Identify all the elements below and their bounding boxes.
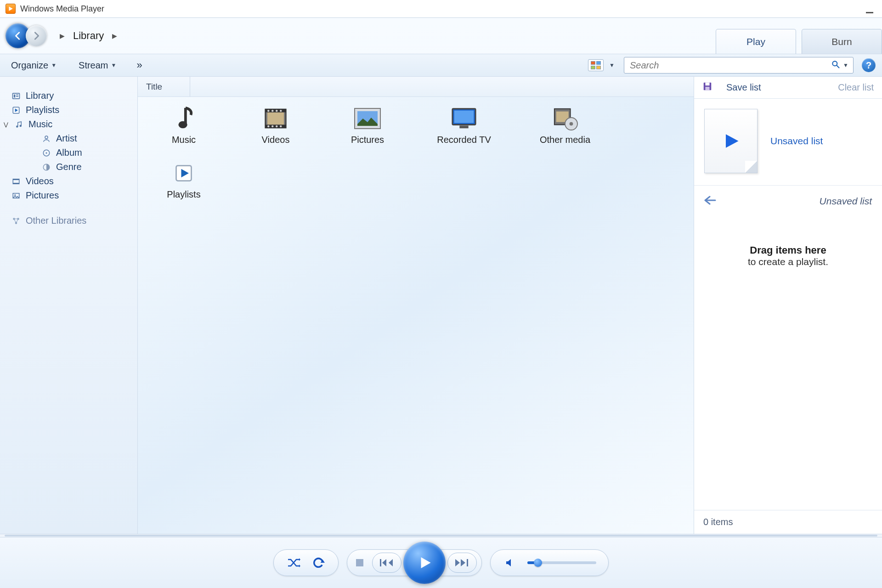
minimize-button[interactable] bbox=[863, 4, 876, 13]
column-divider[interactable] bbox=[190, 77, 190, 96]
library-item-recorded-tv[interactable]: Recorded TV bbox=[427, 106, 501, 145]
mute-button[interactable] bbox=[503, 555, 518, 571]
next-button[interactable] bbox=[447, 553, 477, 573]
playlist-item-count: 0 items bbox=[694, 510, 882, 534]
svg-point-23 bbox=[178, 121, 187, 128]
playlist-thumbnail[interactable] bbox=[704, 109, 758, 173]
app-icon bbox=[6, 4, 16, 14]
svg-rect-4 bbox=[14, 94, 15, 97]
tree-music[interactable]: ⋁ Music bbox=[9, 117, 137, 131]
seek-bar[interactable] bbox=[0, 534, 882, 537]
svg-point-34 bbox=[276, 125, 278, 128]
library-item-music[interactable]: Music bbox=[152, 106, 216, 145]
view-switcher[interactable]: ▼ bbox=[583, 57, 619, 73]
play-button[interactable] bbox=[403, 542, 446, 584]
drag-line-1: Drag items here bbox=[694, 244, 882, 256]
playback-right-group bbox=[490, 549, 609, 576]
chevron-down-icon: ▼ bbox=[609, 62, 615, 68]
tab-play[interactable]: Play bbox=[716, 29, 796, 54]
tree-other-libraries[interactable]: Other Libraries bbox=[9, 214, 137, 228]
library-item-label: Videos bbox=[262, 135, 290, 145]
video-icon bbox=[11, 176, 21, 187]
help-button[interactable]: ? bbox=[862, 58, 876, 72]
svg-point-30 bbox=[276, 110, 278, 112]
tree-artist[interactable]: Artist bbox=[9, 131, 137, 146]
chevron-right-icon[interactable]: ▶ bbox=[112, 32, 117, 40]
tree-videos-label: Videos bbox=[26, 176, 54, 187]
svg-point-19 bbox=[14, 194, 16, 196]
stop-button[interactable] bbox=[352, 555, 368, 571]
svg-point-28 bbox=[267, 110, 270, 112]
content-pane: Title Music Videos bbox=[138, 77, 694, 534]
breadcrumb-library[interactable]: Library bbox=[69, 28, 107, 44]
chevron-down-icon: ▼ bbox=[111, 62, 117, 68]
grid-view-icon bbox=[588, 59, 604, 71]
playlist-subheader: Unsaved list bbox=[694, 186, 882, 217]
shuffle-button[interactable] bbox=[286, 555, 301, 571]
svg-point-9 bbox=[16, 125, 18, 128]
tree-expand-caret[interactable]: ⋁ bbox=[3, 121, 9, 128]
library-item-label: Playlists bbox=[167, 189, 200, 200]
tree-videos[interactable]: Videos bbox=[9, 174, 137, 188]
clear-list-button[interactable]: Clear list bbox=[838, 82, 874, 93]
svg-point-11 bbox=[45, 136, 48, 139]
library-grid: Music Videos Pictures bbox=[138, 97, 694, 209]
svg-rect-5 bbox=[16, 94, 18, 95]
stream-label: Stream bbox=[79, 60, 108, 71]
now-playing-pane: Save list Clear list Unsaved list Unsave… bbox=[694, 77, 882, 534]
tree-playlists[interactable]: Playlists bbox=[9, 103, 137, 117]
svg-point-33 bbox=[271, 125, 274, 128]
tab-burn[interactable]: Burn bbox=[802, 29, 882, 54]
toolbar-overflow[interactable]: » bbox=[134, 59, 146, 71]
library-item-playlists[interactable]: Playlists bbox=[152, 161, 216, 200]
library-item-videos[interactable]: Videos bbox=[243, 106, 308, 145]
volume-knob[interactable] bbox=[534, 559, 542, 567]
picture-icon bbox=[11, 191, 21, 201]
library-item-label: Recorded TV bbox=[437, 135, 491, 145]
library-item-other-media[interactable]: Other media bbox=[528, 106, 602, 145]
app-title: Windows Media Player bbox=[20, 4, 104, 14]
other-media-icon bbox=[551, 106, 579, 131]
playlist-subtitle: Unsaved list bbox=[820, 196, 872, 207]
search-box[interactable]: ▼ bbox=[624, 57, 854, 74]
svg-rect-55 bbox=[380, 559, 381, 566]
svg-point-31 bbox=[280, 110, 282, 112]
network-icon bbox=[11, 216, 21, 226]
svg-marker-51 bbox=[299, 558, 300, 561]
svg-rect-54 bbox=[356, 559, 363, 566]
tree-other-libraries-label: Other Libraries bbox=[26, 215, 86, 226]
search-input[interactable] bbox=[629, 60, 831, 71]
svg-rect-17 bbox=[13, 183, 19, 184]
nav-forward-button[interactable] bbox=[26, 25, 47, 46]
svg-rect-25 bbox=[267, 113, 284, 125]
volume-slider[interactable] bbox=[527, 561, 596, 564]
svg-rect-49 bbox=[705, 86, 709, 90]
content-column-header[interactable]: Title bbox=[138, 77, 694, 97]
svg-point-13 bbox=[46, 152, 47, 153]
tree-album[interactable]: Album bbox=[9, 146, 137, 160]
playlist-title[interactable]: Unsaved list bbox=[770, 136, 823, 147]
organize-menu[interactable]: Organize ▼ bbox=[6, 58, 61, 73]
chevron-down-icon: ▼ bbox=[51, 62, 57, 68]
previous-button[interactable] bbox=[372, 553, 401, 573]
tree-pictures[interactable]: Pictures bbox=[9, 188, 137, 203]
svg-point-10 bbox=[20, 124, 22, 127]
tree-genre-label: Genre bbox=[56, 162, 82, 172]
save-list-button[interactable]: Save list bbox=[726, 82, 761, 93]
svg-marker-58 bbox=[421, 557, 431, 568]
stream-menu[interactable]: Stream ▼ bbox=[74, 58, 121, 73]
tree-playlists-label: Playlists bbox=[26, 105, 59, 115]
chevron-down-icon[interactable]: ▼ bbox=[843, 62, 848, 68]
svg-marker-52 bbox=[299, 565, 300, 567]
svg-rect-48 bbox=[705, 82, 709, 85]
search-icon[interactable] bbox=[831, 60, 840, 71]
svg-rect-16 bbox=[13, 179, 19, 180]
arrow-left-icon[interactable] bbox=[704, 195, 716, 208]
music-icon bbox=[14, 119, 24, 130]
tree-genre[interactable]: Genre bbox=[9, 160, 137, 174]
artist-icon bbox=[41, 134, 51, 144]
repeat-button[interactable] bbox=[311, 555, 326, 571]
library-item-pictures[interactable]: Pictures bbox=[335, 106, 400, 145]
tree-library[interactable]: Library bbox=[9, 89, 137, 103]
chevron-right-icon: ▶ bbox=[60, 32, 65, 40]
